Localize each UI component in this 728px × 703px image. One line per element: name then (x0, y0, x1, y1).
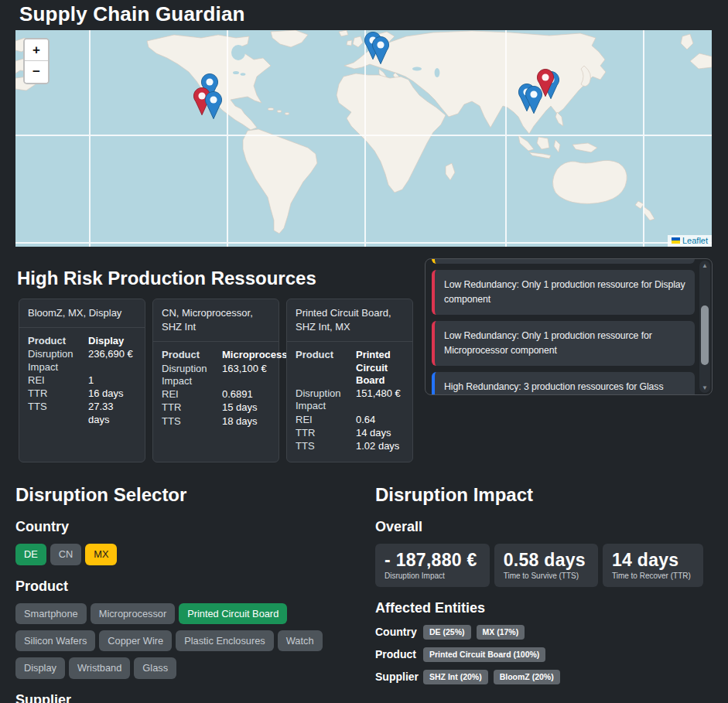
alert-info: High Redundancy: 3 production ressources… (432, 372, 695, 394)
risk-metric-value: 0.64 (356, 414, 375, 426)
country-button-mx[interactable]: MX (85, 544, 117, 565)
risk-metric-value: 1 (88, 374, 94, 387)
risk-card-row: TTS27.33 days (28, 401, 136, 426)
risk-card-row: ProductDisplay (28, 335, 136, 347)
risk-card-title: CN, Microprocessor, SHZ Int (153, 299, 279, 342)
alerts-scrollbar[interactable]: ▲ ▼ (699, 261, 710, 393)
country-button-de[interactable]: DE (15, 544, 46, 565)
ukraine-flag-icon (672, 237, 680, 244)
product-button-silicon-wafers[interactable]: Silicon Wafers (15, 630, 95, 651)
scrollbar-thumb[interactable] (701, 305, 709, 365)
risk-metric-value: 1.02 days (356, 440, 399, 452)
map-canvas (15, 30, 712, 247)
zoom-in-button[interactable]: + (25, 39, 48, 61)
risk-card-title: BloomZ, MX, Display (19, 299, 145, 328)
risk-metric-value: 16 days (88, 387, 124, 400)
risk-card-row: ProductPrinted Circuit Board (296, 349, 404, 387)
alert-danger: Low Redundancy: Only 1 production ressou… (432, 321, 695, 366)
country-button-group: DECNMX (15, 544, 357, 565)
risk-metric-label: Product (296, 349, 356, 387)
risk-card: BloomZ, MX, DisplayProductDisplayDisrupt… (19, 299, 145, 462)
risk-card-row: TTS18 days (162, 415, 270, 428)
risk-card-row: REI0.64 (296, 414, 404, 426)
product-button-microprocessor[interactable]: Microprocessor (91, 603, 175, 624)
stat-label: Time to Survive (TTS) (504, 572, 586, 580)
country-button-cn[interactable]: CN (50, 544, 81, 565)
risk-metric-label: Disruption Impact (162, 363, 222, 388)
product-button-wristband[interactable]: Wristband (69, 657, 130, 678)
risk-metric-label: TTS (28, 401, 88, 426)
risk-metric-value: 0.6891 (222, 388, 253, 401)
stat-card-time-to-recover-ttr: 14 daysTime to Recover (TTR) (603, 544, 703, 586)
affected-row-supplier: SupplierSHZ Int (20%)BloomZ (20%) (375, 670, 713, 684)
risk-card-row: TTS1.02 days (296, 440, 404, 452)
product-button-group: SmartphoneMicroprocessorPrinted Circuit … (15, 603, 357, 679)
affected-row-label: Product (375, 648, 423, 660)
alerts-panel: Low Redundancy: Only 1 production ressou… (425, 258, 713, 395)
high-risk-title: High Risk Production Ressources (17, 268, 425, 289)
stat-label: Time to Recover (TTR) (612, 572, 691, 580)
alert-warning (432, 259, 695, 264)
scroll-up-arrow-icon[interactable]: ▲ (699, 261, 710, 271)
stat-card-disruption-impact: - 187,880 €Disruption Impact (375, 544, 490, 586)
product-button-plastic-enclosures[interactable]: Plastic Enclosures (176, 630, 274, 651)
alert-text: Low Redundancy: Only 1 production ressou… (444, 330, 652, 356)
affected-badge: DE (25%) (423, 625, 471, 640)
risk-metric-label: TTS (162, 415, 222, 428)
affected-badge: Printed Circuit Board (100%) (423, 647, 545, 662)
affected-badge: MX (17%) (477, 625, 525, 640)
leaflet-attribution-link[interactable]: Leaflet (682, 236, 708, 245)
risk-metric-label: TTR (28, 387, 88, 400)
affected-badge: SHZ Int (20%) (423, 670, 488, 684)
map-attribution: Leaflet (668, 235, 712, 247)
risk-card: Printed Circuit Board, SHZ Int, MXProduc… (286, 299, 413, 462)
stat-label: Disruption Impact (385, 572, 477, 580)
bottom-section: Disruption Selector Country DECNMX Produ… (15, 473, 713, 703)
risk-card-row: TTR15 days (162, 401, 270, 414)
scrollbar-track[interactable] (699, 271, 710, 383)
product-button-printed-circuit-board[interactable]: Printed Circuit Board (179, 603, 287, 624)
risk-metric-value: 15 days (222, 401, 258, 414)
risk-metric-label: Disruption Impact (28, 348, 88, 374)
stat-card-time-to-survive-tts: 0.58 daysTime to Survive (TTS) (494, 544, 598, 586)
overall-label: Overall (375, 519, 713, 535)
risk-card-row: TTR16 days (28, 387, 136, 400)
risk-metric-value: 236,690 € (88, 348, 133, 374)
product-group-label: Product (15, 578, 375, 595)
zoom-out-button[interactable]: − (25, 61, 48, 83)
disruption-selector-panel: Disruption Selector Country DECNMX Produ… (15, 473, 375, 703)
high-risk-section: High Risk Production Ressources BloomZ, … (15, 247, 713, 462)
risk-metric-value: 18 days (222, 415, 258, 428)
product-button-smartphone[interactable]: Smartphone (15, 603, 87, 624)
scroll-down-arrow-icon[interactable]: ▼ (699, 383, 710, 393)
risk-metric-value: 163,100 € (222, 363, 267, 388)
product-button-display[interactable]: Display (15, 657, 65, 678)
risk-card-row: REI1 (28, 374, 136, 387)
risk-metric-value: Printed Circuit Board (356, 349, 404, 387)
alert-text: High Redundancy: 3 production ressources… (444, 381, 663, 394)
affected-entities-label: Affected Entities (375, 600, 713, 616)
product-button-glass[interactable]: Glass (134, 657, 176, 678)
stat-value: 0.58 days (504, 550, 586, 570)
affected-row-label: Supplier (375, 671, 423, 683)
risk-metric-label: Product (28, 335, 88, 347)
disruption-selector-title: Disruption Selector (15, 484, 375, 506)
risk-metric-label: REI (28, 374, 88, 387)
risk-card-row: Disruption Impact236,690 € (28, 348, 136, 374)
affected-row-country: CountryDE (25%)MX (17%) (375, 625, 713, 640)
risk-metric-value: 151,480 € (356, 387, 401, 413)
product-button-copper-wire[interactable]: Copper Wire (99, 630, 172, 651)
risk-card: CN, Microprocessor, SHZ IntProductMicrop… (152, 299, 279, 462)
affected-entities-rows: CountryDE (25%)MX (17%)ProductPrinted Ci… (375, 625, 713, 684)
high-risk-cards: BloomZ, MX, DisplayProductDisplayDisrupt… (19, 299, 425, 462)
risk-metric-value: 27.33 days (88, 401, 136, 426)
product-button-watch[interactable]: Watch (278, 630, 323, 651)
risk-card-row: ProductMicroprocessor (162, 349, 270, 361)
country-group-label: Country (15, 519, 375, 535)
risk-metric-value: 14 days (356, 427, 391, 439)
overall-stats: - 187,880 €Disruption Impact0.58 daysTim… (375, 544, 713, 586)
affected-badge: BloomZ (20%) (494, 670, 560, 684)
risk-card-row: REI0.6891 (162, 388, 270, 401)
world-map[interactable]: + − Leaflet (15, 30, 712, 247)
risk-metric-label: REI (296, 414, 356, 426)
